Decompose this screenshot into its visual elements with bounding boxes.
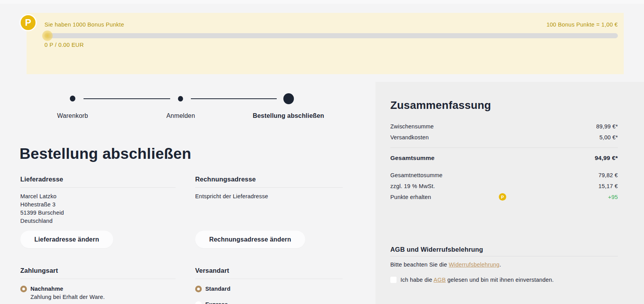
slider-value-text: 0 P / 0.00 EUR <box>44 42 618 48</box>
step-dot-bestellung[interactable] <box>283 93 294 104</box>
bonus-points-icon: P <box>20 14 37 31</box>
summary-row-subtotal: Zwischensumme 89,99 €* <box>390 123 618 130</box>
shipping-option-text: Express <box>205 301 228 304</box>
order-summary-panel: Zusammenfassung Zwischensumme 89,99 €* V… <box>375 82 644 304</box>
row-label: Zwischensumme <box>390 123 434 130</box>
agb-link[interactable]: AGB <box>434 277 446 283</box>
payment-option-description: Zahlung bei Erhalt der Ware. <box>30 293 105 301</box>
divider <box>195 279 343 279</box>
change-shipping-address-button[interactable]: Lieferadresse ändern <box>20 231 113 248</box>
checkout-page: P Sie haben 1000 Bonus Punkte 100 Bonus … <box>0 0 644 304</box>
bonus-banner-header: Sie haben 1000 Bonus Punkte 100 Bonus Pu… <box>44 21 618 28</box>
points-icon: P <box>499 193 506 201</box>
top-strip <box>0 0 644 4</box>
shipping-address-block: Marcel Latzko Höhestraße 3 51399 Bursche… <box>20 192 176 225</box>
step-label-anmelden[interactable]: Anmelden <box>157 112 204 119</box>
agb-consent-row: Ich habe die AGB gelesen und bin mit ihn… <box>390 277 618 283</box>
shipping-option-express[interactable]: Express <box>195 301 343 304</box>
row-label: Gesamtnettosumme <box>390 172 443 179</box>
bonus-points-slider[interactable] <box>44 33 618 38</box>
address-name: Marcel Latzko <box>20 192 176 201</box>
bonus-points-banner: P Sie haben 1000 Bonus Punkte 100 Bonus … <box>27 13 624 74</box>
row-value: 94,99 €* <box>595 155 618 162</box>
page-title: Bestellung abschließen <box>20 145 191 162</box>
summary-heading: Zusammenfassung <box>390 99 618 112</box>
points-earned-value: +95 <box>608 194 618 201</box>
bonus-points-text: Sie haben 1000 Bonus Punkte <box>44 21 124 28</box>
address-country: Deutschland <box>20 217 176 225</box>
shipping-option-label: Standard <box>205 286 230 292</box>
radio-standard[interactable] <box>195 286 202 292</box>
agb-consent-label: Ich habe die AGB gelesen und bin mit ihn… <box>400 277 554 283</box>
summary-net-rows: Gesamtnettosumme 79,82 € zzgl. 19 % MwSt… <box>390 172 618 201</box>
billing-address-note: Entspricht der Lieferadresse <box>195 192 343 201</box>
divider <box>20 279 176 279</box>
payment-option-text: Nachnahme Zahlung bei Erhalt der Ware. <box>30 285 105 301</box>
terms-heading: AGB und Widerrufsbelehrung <box>390 245 618 254</box>
shipping-and-payment-column: Lieferadresse Marcel Latzko Höhestraße 3… <box>20 175 176 301</box>
payment-option-nachnahme[interactable]: Nachnahme Zahlung bei Erhalt der Ware. <box>20 285 176 301</box>
shipping-method-heading: Versandart <box>195 266 343 275</box>
divider <box>390 256 618 256</box>
notice-text: . <box>500 261 501 268</box>
address-street: Höhestraße 3 <box>20 201 176 209</box>
terms-section: AGB und Widerrufsbelehrung Bitte beachte… <box>390 245 618 283</box>
notice-text: Bitte beachten Sie die <box>390 261 449 268</box>
slider-thumb[interactable] <box>42 30 53 41</box>
summary-row-total: Gesamtsumme 94,99 €* <box>390 155 618 162</box>
slider-track[interactable] <box>44 33 618 38</box>
address-city: 51399 Burscheid <box>20 209 176 217</box>
row-value: 15,17 € <box>598 183 618 190</box>
payment-option-label: Nachnahme <box>30 286 63 292</box>
row-value: 89,99 €* <box>596 123 618 130</box>
summary-rows: Zwischensumme 89,99 €* Versandkosten 5,0… <box>390 123 618 162</box>
bonus-rate-text: 100 Bonus Punkte = 1,00 € <box>546 21 618 28</box>
payment-heading: Zahlungsart <box>20 266 176 275</box>
step-dot-warenkorb[interactable] <box>70 96 75 101</box>
step-dot-anmelden[interactable] <box>178 96 183 101</box>
agb-checkbox[interactable] <box>390 277 397 283</box>
row-label: Gesamtsumme <box>390 155 434 162</box>
billing-and-shipping-column: Rechnungsadresse Entspricht der Lieferad… <box>195 175 343 304</box>
widerrufsbelehrung-link[interactable]: Widerrufsbelehrung <box>449 261 500 268</box>
radio-nachnahme[interactable] <box>20 286 27 292</box>
shipping-option-standard[interactable]: Standard <box>195 285 343 292</box>
row-label: zzgl. 19 % MwSt. <box>390 183 435 190</box>
row-value: 5,00 €* <box>600 134 618 141</box>
step-connector-2 <box>191 98 277 99</box>
bonus-points-icon-letter: P <box>25 17 31 28</box>
row-label: Versandkosten <box>390 134 429 141</box>
row-value: 79,82 € <box>598 172 618 179</box>
shipping-option-label: Express <box>205 301 228 304</box>
step-label-bestellung: Bestellung abschließen <box>246 112 331 119</box>
divider <box>195 187 343 188</box>
step-label-warenkorb[interactable]: Warenkorb <box>49 112 96 119</box>
billing-address-heading: Rechnungsadresse <box>195 175 343 183</box>
summary-row-net-total: Gesamtnettosumme 79,82 € <box>390 172 618 179</box>
divider <box>390 148 618 148</box>
summary-row-vat: zzgl. 19 % MwSt. 15,17 € <box>390 183 618 190</box>
summary-row-shipping-cost: Versandkosten 5,00 €* <box>390 134 618 141</box>
radio-express[interactable] <box>195 301 202 304</box>
change-billing-address-button[interactable]: Rechnungsadresse ändern <box>195 231 305 248</box>
summary-row-points: Punkte erhalten P +95 <box>390 194 618 201</box>
divider <box>20 187 176 188</box>
withdrawal-notice: Bitte beachten Sie die Widerrufsbelehrun… <box>390 261 618 268</box>
shipping-address-heading: Lieferadresse <box>20 175 176 183</box>
agb-text: gelesen und bin mit ihnen einverstanden. <box>446 277 554 283</box>
row-label: Punkte erhalten <box>390 194 431 201</box>
agb-text: Ich habe die <box>400 277 434 283</box>
shipping-option-text: Standard <box>205 285 230 292</box>
step-connector-1 <box>84 98 170 99</box>
